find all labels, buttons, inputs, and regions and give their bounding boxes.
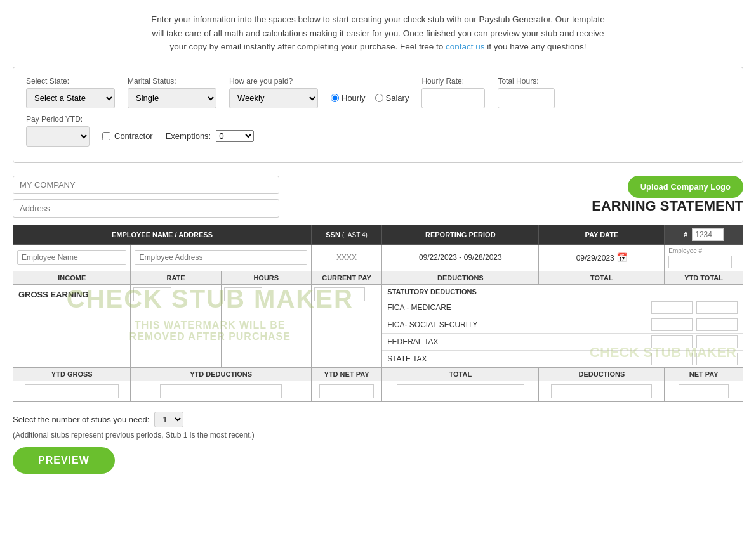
employee-num-input[interactable] [668,256,732,268]
ytd-total-col-header: YTD TOTAL [665,271,743,284]
fica-ss-total[interactable]: 24.80 [651,318,693,331]
current-pay-cell: 400.00 [311,284,381,367]
state-tax-total[interactable]: 0.00 [651,353,693,365]
earning-statement-title: EARNING STATEMENT [592,198,743,214]
net-pay-input[interactable]: 324.90 [679,384,729,398]
upload-logo-button[interactable]: Upload Company Logo [628,176,743,198]
reporting-period-value: 09/22/2023 - 09/28/2023 [419,253,502,262]
ytd-net-pay-col-header: YTD NET PAY [311,367,381,381]
marital-group: Marital Status: Single Married [128,77,216,108]
intro-text-2: will take care of all math and calculati… [152,29,604,38]
deductions-input[interactable]: 75.10 [551,384,652,398]
total-input[interactable]: 400.00 [397,384,524,398]
contractor-checkbox[interactable] [102,132,110,140]
exemptions-select[interactable]: 0 1 2 3 [216,130,254,142]
employee-name-cell [13,244,131,271]
stub-header-row: EMPLOYEE NAME / ADDRESS SSN (LAST 4) REP… [13,225,743,244]
fica-medicare-total[interactable]: 5.80 [651,301,693,314]
net-pay-col-header: NET PAY [665,367,743,381]
hourly-radio[interactable] [331,94,339,102]
rate-col-header: RATE [131,271,221,284]
col-pay-date: PAY DATE [539,225,665,244]
stub-table: EMPLOYEE NAME / ADDRESS SSN (LAST 4) REP… [13,225,743,402]
current-pay-input[interactable]: 400.00 [314,287,365,301]
deductions-cell: STATUTORY DEDUCTIONS FICA - MEDICARE 5.8… [382,284,743,367]
deductions-col-header: DEDUCTIONS [382,271,539,284]
pay-period-label: Pay Period YTD: [26,115,90,124]
ytd-deductions-col-header: YTD DEDUCTIONS [131,367,311,381]
employee-info-row: XXXX 09/22/2023 - 09/28/2023 09/29/2023 … [13,244,743,271]
employee-address-input[interactable] [135,250,307,265]
fica-ss-ytd[interactable]: 124.00 [696,318,738,331]
federal-tax-row: FEDERAL TAX 44.50 225.50 [382,333,743,350]
pay-date-value: 09/29/2023 [576,254,614,263]
pay-period-select[interactable] [26,126,90,147]
rate-cell: 10 [131,284,221,367]
fica-medicare-ytd[interactable]: 29.00 [696,301,738,314]
hourly-rate-input[interactable]: 10 [421,88,485,108]
deductions-value-cell: 75.10 [539,381,665,401]
reporting-period-cell: 09/22/2023 - 09/28/2023 [382,244,539,271]
hourly-radio-label[interactable]: Hourly [331,93,366,103]
state-select[interactable]: Select a State Alabama Alaska California… [26,88,115,108]
income-col-header: INCOME [13,271,131,284]
stubs-label: Select the number of stubs you need: [13,415,149,424]
ytd-net-pay-input[interactable]: 1624.50 [319,384,373,398]
ytd-values-row: 2000.00 375.50 1624.50 400.00 75.10 324.… [13,381,743,401]
gross-earning-label: GROSS EARNING [13,284,131,367]
intro-text-4: if you have any questions! [487,42,586,51]
settings-row-2: Pay Period YTD: Contractor Exemptions: 0… [26,115,730,147]
company-name-input[interactable] [13,176,279,194]
col-employee-name-address: EMPLOYEE NAME / ADDRESS [13,225,312,244]
federal-tax-label: FEDERAL TAX [387,337,651,346]
company-inputs [13,176,279,218]
fica-medicare-label: FICA - MEDICARE [387,303,651,312]
pay-method-group: How are you paid? Weekly Bi-Weekly Semi-… [229,77,318,108]
intro-section: Enter your information into the spaces b… [13,13,743,54]
col-ssn: SSN (LAST 4) [311,225,381,244]
contractor-label: Contractor [114,131,153,141]
calendar-icon[interactable]: 📅 [616,252,627,263]
hours-input[interactable]: 40 [224,287,262,301]
company-address-input[interactable] [13,199,279,218]
stubs-selector: Select the number of stubs you need: 1 2… [13,412,743,427]
salary-radio[interactable] [375,94,383,102]
total-hours-label: Total Hours: [498,77,555,86]
federal-tax-ytd[interactable]: 225.50 [696,335,738,348]
pay-type-group: Hourly Salary [331,93,409,103]
income-header-row: INCOME RATE HOURS CURRENT PAY DEDUCTIONS… [13,271,743,284]
exemptions-group: Exemptions: 0 1 2 3 [166,130,255,142]
state-label: Select State: [26,77,115,86]
intro-text-3: your copy by email instantly after compl… [170,42,444,51]
fica-ss-label: FICA- SOCIAL SECURITY [387,320,651,329]
marital-select[interactable]: Single Married [128,88,216,108]
state-tax-row: STATE TAX 0.00 0.00 [382,350,743,367]
employee-name-input[interactable] [17,250,126,265]
state-tax-ytd[interactable]: 0.00 [696,353,738,365]
salary-radio-label[interactable]: Salary [375,93,409,103]
ytd-gross-value-cell: 2000.00 [13,381,131,401]
ytd-deductions-input[interactable]: 375.50 [160,384,281,398]
hours-cell: 40 [221,284,311,367]
total-value-cell: 400.00 [382,381,539,401]
stubs-count-select[interactable]: 1 2 3 4 5 [154,412,183,427]
hours-col-header: HOURS [221,271,311,284]
rate-input[interactable]: 10 [133,287,171,301]
pay-method-select[interactable]: Weekly Bi-Weekly Semi-Monthly Monthly [229,88,318,108]
intro-text-1: Enter your information into the spaces b… [151,15,604,24]
total-col-header-2: TOTAL [382,367,539,381]
federal-tax-total[interactable]: 44.50 [651,335,693,348]
ytd-gross-input[interactable]: 2000.00 [25,384,119,398]
contact-us-link[interactable]: contact us [446,42,485,51]
preview-button[interactable]: PREVIEW [13,447,115,474]
gross-deductions-row: GROSS EARNING 10 40 400.00 STATUTORY DED… [13,284,743,367]
ytd-gross-col-header: YTD GROSS [13,367,131,381]
total-hours-input[interactable]: 40 [498,88,555,108]
bottom-section: Select the number of stubs you need: 1 2… [13,412,743,474]
ssn-cell: XXXX [311,244,381,271]
settings-panel: Select State: Select a State Alabama Ala… [13,67,743,163]
employee-num-label: Employee # [668,247,739,254]
statutory-label: STATUTORY DEDUCTIONS [382,285,743,299]
hash-input[interactable] [692,228,724,241]
employee-address-cell [131,244,311,271]
